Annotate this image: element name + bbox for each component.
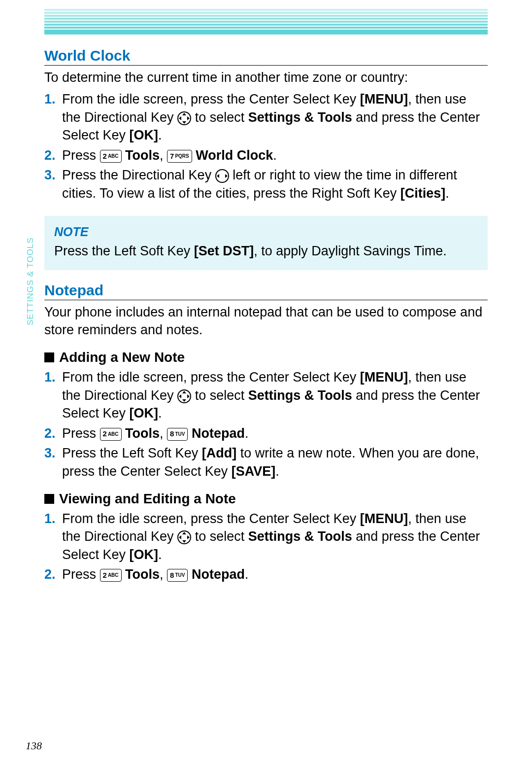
text: . <box>158 547 162 562</box>
ok-key-label: [OK] <box>130 128 158 142</box>
adding-note-subheading: Adding a New Note <box>44 350 488 365</box>
view-note-steps: 1. From the idle screen, press the Cente… <box>44 510 488 584</box>
notepad-label: Notepad <box>188 426 245 441</box>
square-bullet-icon <box>44 494 54 504</box>
ok-key-label: [OK] <box>130 406 158 421</box>
directional-key-4way-icon <box>177 530 191 544</box>
add-step-3: 3. Press the Left Soft Key [Add] to writ… <box>62 444 488 480</box>
text: From the idle screen, press the Center S… <box>62 511 360 526</box>
save-key-label: [SAVE] <box>232 464 276 479</box>
text: , to apply Daylight Savings Time. <box>254 244 447 258</box>
key-2abc-icon: 2ABC <box>100 428 122 441</box>
text: . <box>273 148 277 163</box>
world-clock-steps: 1. From the idle screen, press the Cente… <box>44 90 488 202</box>
square-bullet-icon <box>44 352 54 362</box>
directional-key-4way-icon <box>177 111 191 125</box>
text: to select <box>191 529 248 544</box>
note-body: Press the Left Soft Key [Set DST], to ap… <box>54 242 478 260</box>
text: Press the Left Soft Key <box>62 446 202 460</box>
text: . <box>275 464 279 479</box>
text: to select <box>191 110 248 125</box>
view-step-1: 1. From the idle screen, press the Cente… <box>62 510 488 563</box>
menu-key-label: [MENU] <box>360 92 408 106</box>
side-section-label: SETTINGS & TOOLS <box>26 237 35 325</box>
key-8tuv-icon: 8TUV <box>167 569 188 582</box>
page-number: 138 <box>26 739 42 752</box>
add-key-label: [Add] <box>202 446 236 460</box>
text: Press <box>62 148 100 163</box>
text: Press <box>62 426 100 441</box>
settings-tools-label: Settings & Tools <box>248 388 352 403</box>
notepad-label: Notepad <box>188 567 245 582</box>
text: Adding a New Note <box>59 350 185 365</box>
viewing-note-subheading: Viewing and Editing a Note <box>44 491 488 507</box>
header-decoration <box>44 9 488 35</box>
note-box: NOTE Press the Left Soft Key [Set DST], … <box>44 216 488 270</box>
world-clock-label: World Clock <box>192 148 273 163</box>
wc-step-1: 1. From the idle screen, press the Cente… <box>62 90 488 144</box>
wc-step-2: 2. Press 2ABC Tools, 7PQRS World Clock. <box>62 146 488 164</box>
key-2abc-icon: 2ABC <box>100 150 122 163</box>
text: to select <box>191 388 248 403</box>
directional-key-lr-icon <box>215 169 229 183</box>
tools-label: Tools <box>122 426 160 441</box>
text: , <box>160 567 167 582</box>
tools-label: Tools <box>122 148 160 163</box>
directional-key-4way-icon <box>177 389 191 403</box>
key-2abc-icon: 2ABC <box>100 569 122 582</box>
notepad-heading: Notepad <box>44 282 488 300</box>
text: Viewing and Editing a Note <box>59 491 236 506</box>
text: , <box>160 426 167 441</box>
text: Press the Directional Key <box>62 168 215 182</box>
text: Press <box>62 567 100 582</box>
text: From the idle screen, press the Center S… <box>62 370 360 385</box>
text: From the idle screen, press the Center S… <box>62 92 360 106</box>
ok-key-label: [OK] <box>130 547 158 562</box>
tools-label: Tools <box>122 567 160 582</box>
key-7pqrs-icon: 7PQRS <box>167 150 192 163</box>
text: Press the Left Soft Key <box>54 244 194 258</box>
menu-key-label: [MENU] <box>360 511 408 526</box>
text: . <box>158 128 162 142</box>
page-content: World Clock To determine the current tim… <box>44 44 488 586</box>
set-dst-label: [Set DST] <box>194 244 254 258</box>
world-clock-intro: To determine the current time in another… <box>44 69 488 86</box>
settings-tools-label: Settings & Tools <box>248 110 352 125</box>
settings-tools-label: Settings & Tools <box>248 529 352 544</box>
text: . <box>158 406 162 421</box>
text: . <box>245 426 249 441</box>
text: . <box>445 186 449 201</box>
text: , <box>160 148 167 163</box>
view-step-2: 2. Press 2ABC Tools, 8TUV Notepad. <box>62 565 488 583</box>
add-step-2: 2. Press 2ABC Tools, 8TUV Notepad. <box>62 424 488 442</box>
add-step-1: 1. From the idle screen, press the Cente… <box>62 368 488 422</box>
note-title: NOTE <box>54 225 478 239</box>
notepad-intro: Your phone includes an internal notepad … <box>44 303 488 339</box>
add-note-steps: 1. From the idle screen, press the Cente… <box>44 368 488 480</box>
key-8tuv-icon: 8TUV <box>167 428 188 441</box>
wc-step-3: 3. Press the Directional Key left or rig… <box>62 166 488 202</box>
menu-key-label: [MENU] <box>360 370 408 385</box>
world-clock-heading: World Clock <box>44 47 488 66</box>
cities-key-label: [Cities] <box>400 186 446 201</box>
text: . <box>245 567 249 582</box>
